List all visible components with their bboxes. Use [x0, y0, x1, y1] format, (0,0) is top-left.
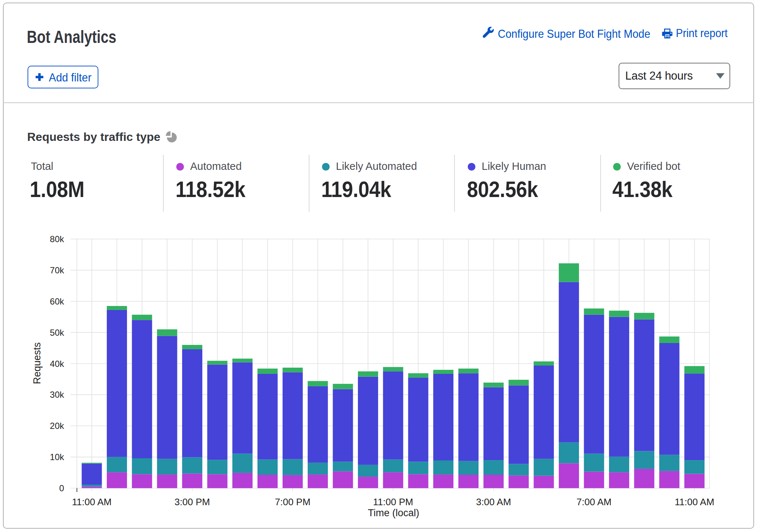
svg-text:Requests: Requests — [32, 342, 43, 384]
svg-text:70k: 70k — [50, 265, 65, 275]
svg-text:40k: 40k — [50, 359, 65, 369]
svg-text:30k: 30k — [50, 390, 65, 400]
svg-text:3:00 PM: 3:00 PM — [174, 496, 210, 507]
svg-text:11:00 PM: 11:00 PM — [373, 496, 413, 507]
svg-text:10k: 10k — [50, 452, 65, 462]
svg-text:20k: 20k — [50, 421, 65, 431]
svg-text:3:00 AM: 3:00 AM — [476, 496, 511, 507]
svg-text:11:00 AM: 11:00 AM — [72, 496, 112, 507]
svg-text:0: 0 — [59, 483, 64, 493]
svg-text:Time (local): Time (local) — [368, 507, 419, 518]
svg-text:80k: 80k — [50, 234, 65, 244]
svg-text:60k: 60k — [50, 296, 65, 306]
svg-text:7:00 PM: 7:00 PM — [275, 496, 311, 507]
svg-text:50k: 50k — [50, 328, 65, 338]
svg-text:11:00 AM: 11:00 AM — [675, 496, 714, 507]
svg-text:7:00 AM: 7:00 AM — [576, 496, 611, 507]
